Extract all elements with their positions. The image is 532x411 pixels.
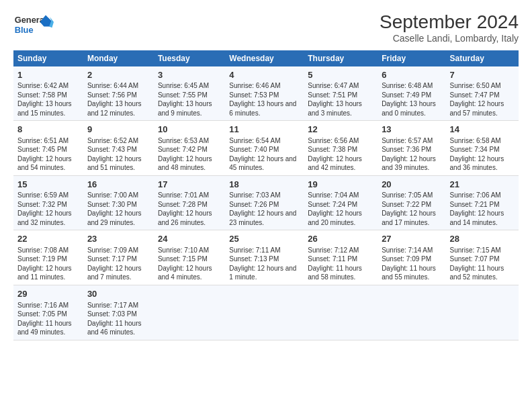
calendar-cell: 23 Sunrise: 7:09 AMSunset: 7:17 PMDaylig… bbox=[83, 230, 154, 285]
calendar-cell: 29 Sunrise: 7:16 AMSunset: 7:05 PMDaylig… bbox=[13, 285, 83, 340]
calendar-table: Sunday Monday Tuesday Wednesday Thursday… bbox=[13, 50, 519, 340]
day-info: Sunrise: 6:46 AMSunset: 7:53 PMDaylight:… bbox=[229, 82, 296, 117]
title-block: September 2024 Caselle Landi, Lombardy, … bbox=[380, 12, 519, 44]
day-info: Sunrise: 6:47 AMSunset: 7:51 PMDaylight:… bbox=[308, 82, 362, 117]
calendar-cell: 27 Sunrise: 7:14 AMSunset: 7:09 PMDaylig… bbox=[378, 230, 445, 285]
calendar-cell: 6 Sunrise: 6:48 AMSunset: 7:49 PMDayligh… bbox=[378, 66, 445, 121]
col-wednesday: Wednesday bbox=[225, 50, 304, 66]
calendar-cell: 5 Sunrise: 6:47 AMSunset: 7:51 PMDayligh… bbox=[304, 66, 378, 121]
calendar-cell: 7 Sunrise: 6:50 AMSunset: 7:47 PMDayligh… bbox=[446, 66, 519, 121]
day-info: Sunrise: 7:01 AMSunset: 7:28 PMDaylight:… bbox=[158, 191, 212, 226]
day-info: Sunrise: 6:57 AMSunset: 7:36 PMDaylight:… bbox=[382, 137, 436, 172]
day-number: 13 bbox=[382, 124, 441, 136]
col-saturday: Saturday bbox=[446, 50, 519, 66]
day-number: 20 bbox=[382, 179, 441, 191]
day-number: 17 bbox=[158, 179, 221, 191]
day-number: 22 bbox=[17, 233, 79, 245]
col-monday: Monday bbox=[83, 50, 154, 66]
day-number: 27 bbox=[382, 233, 441, 245]
day-number: 14 bbox=[450, 124, 515, 136]
week-row: 8 Sunrise: 6:51 AMSunset: 7:45 PMDayligh… bbox=[13, 121, 519, 176]
day-number: 6 bbox=[382, 69, 441, 81]
calendar-cell bbox=[378, 285, 445, 340]
calendar-cell: 22 Sunrise: 7:08 AMSunset: 7:19 PMDaylig… bbox=[13, 230, 83, 285]
calendar-cell: 14 Sunrise: 6:58 AMSunset: 7:34 PMDaylig… bbox=[446, 121, 519, 176]
day-number: 1 bbox=[17, 69, 79, 81]
calendar-cell bbox=[304, 285, 378, 340]
day-number: 2 bbox=[87, 69, 150, 81]
calendar-cell: 2 Sunrise: 6:44 AMSunset: 7:56 PMDayligh… bbox=[83, 66, 154, 121]
day-info: Sunrise: 7:08 AMSunset: 7:19 PMDaylight:… bbox=[17, 246, 72, 281]
calendar-cell bbox=[225, 285, 304, 340]
day-info: Sunrise: 6:59 AMSunset: 7:32 PMDaylight:… bbox=[17, 191, 72, 226]
day-info: Sunrise: 7:00 AMSunset: 7:30 PMDaylight:… bbox=[87, 191, 142, 226]
calendar-cell: 30 Sunrise: 7:17 AMSunset: 7:03 PMDaylig… bbox=[83, 285, 154, 340]
col-tuesday: Tuesday bbox=[154, 50, 225, 66]
day-info: Sunrise: 7:16 AMSunset: 7:05 PMDaylight:… bbox=[17, 302, 72, 336]
svg-text:Blue: Blue bbox=[15, 25, 34, 35]
day-number: 24 bbox=[158, 233, 221, 245]
day-number: 5 bbox=[308, 69, 373, 81]
day-info: Sunrise: 6:58 AMSunset: 7:34 PMDaylight:… bbox=[450, 137, 504, 172]
calendar-cell: 1 Sunrise: 6:42 AMSunset: 7:58 PMDayligh… bbox=[13, 66, 83, 121]
logo: General Blue bbox=[13, 12, 54, 38]
day-number: 4 bbox=[229, 69, 300, 81]
calendar-cell: 20 Sunrise: 7:05 AMSunset: 7:22 PMDaylig… bbox=[378, 175, 445, 230]
calendar-cell: 10 Sunrise: 6:53 AMSunset: 7:42 PMDaylig… bbox=[154, 121, 225, 176]
day-number: 16 bbox=[87, 179, 150, 191]
col-sunday: Sunday bbox=[13, 50, 83, 66]
day-info: Sunrise: 7:10 AMSunset: 7:15 PMDaylight:… bbox=[158, 246, 212, 281]
day-number: 9 bbox=[87, 124, 150, 136]
day-info: Sunrise: 6:48 AMSunset: 7:49 PMDaylight:… bbox=[382, 82, 436, 117]
week-row: 1 Sunrise: 6:42 AMSunset: 7:58 PMDayligh… bbox=[13, 66, 519, 121]
calendar-cell: 28 Sunrise: 7:15 AMSunset: 7:07 PMDaylig… bbox=[446, 230, 519, 285]
calendar-cell: 16 Sunrise: 7:00 AMSunset: 7:30 PMDaylig… bbox=[83, 175, 154, 230]
day-number: 3 bbox=[158, 69, 221, 81]
calendar-cell: 19 Sunrise: 7:04 AMSunset: 7:24 PMDaylig… bbox=[304, 175, 378, 230]
calendar-cell: 24 Sunrise: 7:10 AMSunset: 7:15 PMDaylig… bbox=[154, 230, 225, 285]
day-number: 10 bbox=[158, 124, 221, 136]
day-number: 29 bbox=[17, 288, 79, 300]
calendar-cell: 12 Sunrise: 6:56 AMSunset: 7:38 PMDaylig… bbox=[304, 121, 378, 176]
subtitle: Caselle Landi, Lombardy, Italy bbox=[380, 33, 519, 44]
week-row: 15 Sunrise: 6:59 AMSunset: 7:32 PMDaylig… bbox=[13, 175, 519, 230]
day-info: Sunrise: 6:54 AMSunset: 7:40 PMDaylight:… bbox=[229, 137, 296, 172]
calendar-cell: 15 Sunrise: 6:59 AMSunset: 7:32 PMDaylig… bbox=[13, 175, 83, 230]
calendar-cell: 26 Sunrise: 7:12 AMSunset: 7:11 PMDaylig… bbox=[304, 230, 378, 285]
day-info: Sunrise: 7:04 AMSunset: 7:24 PMDaylight:… bbox=[308, 191, 362, 226]
week-row: 29 Sunrise: 7:16 AMSunset: 7:05 PMDaylig… bbox=[13, 285, 519, 340]
calendar-cell: 11 Sunrise: 6:54 AMSunset: 7:40 PMDaylig… bbox=[225, 121, 304, 176]
day-info: Sunrise: 6:45 AMSunset: 7:55 PMDaylight:… bbox=[158, 82, 212, 117]
calendar-cell: 4 Sunrise: 6:46 AMSunset: 7:53 PMDayligh… bbox=[225, 66, 304, 121]
day-info: Sunrise: 6:53 AMSunset: 7:42 PMDaylight:… bbox=[158, 137, 212, 172]
day-number: 18 bbox=[229, 179, 300, 191]
day-info: Sunrise: 7:11 AMSunset: 7:13 PMDaylight:… bbox=[229, 246, 296, 281]
day-number: 26 bbox=[308, 233, 373, 245]
day-info: Sunrise: 7:09 AMSunset: 7:17 PMDaylight:… bbox=[87, 246, 142, 281]
day-number: 12 bbox=[308, 124, 373, 136]
calendar-cell: 3 Sunrise: 6:45 AMSunset: 7:55 PMDayligh… bbox=[154, 66, 225, 121]
calendar-cell bbox=[154, 285, 225, 340]
day-number: 8 bbox=[17, 124, 79, 136]
day-info: Sunrise: 7:15 AMSunset: 7:07 PMDaylight:… bbox=[450, 246, 504, 281]
calendar-cell: 21 Sunrise: 7:06 AMSunset: 7:21 PMDaylig… bbox=[446, 175, 519, 230]
day-info: Sunrise: 6:50 AMSunset: 7:47 PMDaylight:… bbox=[450, 82, 504, 117]
day-number: 19 bbox=[308, 179, 373, 191]
day-info: Sunrise: 6:56 AMSunset: 7:38 PMDaylight:… bbox=[308, 137, 362, 172]
day-info: Sunrise: 7:17 AMSunset: 7:03 PMDaylight:… bbox=[87, 302, 142, 336]
day-number: 15 bbox=[17, 179, 79, 191]
day-number: 28 bbox=[450, 233, 515, 245]
week-row: 22 Sunrise: 7:08 AMSunset: 7:19 PMDaylig… bbox=[13, 230, 519, 285]
day-number: 30 bbox=[87, 288, 150, 300]
day-info: Sunrise: 7:05 AMSunset: 7:22 PMDaylight:… bbox=[382, 191, 436, 226]
calendar-cell: 13 Sunrise: 6:57 AMSunset: 7:36 PMDaylig… bbox=[378, 121, 445, 176]
day-info: Sunrise: 7:14 AMSunset: 7:09 PMDaylight:… bbox=[382, 246, 436, 281]
header: General Blue September 2024 Caselle Land… bbox=[13, 12, 519, 44]
day-number: 25 bbox=[229, 233, 300, 245]
calendar-cell: 18 Sunrise: 7:03 AMSunset: 7:26 PMDaylig… bbox=[225, 175, 304, 230]
day-number: 21 bbox=[450, 179, 515, 191]
calendar-cell: 17 Sunrise: 7:01 AMSunset: 7:28 PMDaylig… bbox=[154, 175, 225, 230]
calendar-cell: 9 Sunrise: 6:52 AMSunset: 7:43 PMDayligh… bbox=[83, 121, 154, 176]
page: General Blue September 2024 Caselle Land… bbox=[0, 0, 532, 411]
calendar-cell bbox=[446, 285, 519, 340]
